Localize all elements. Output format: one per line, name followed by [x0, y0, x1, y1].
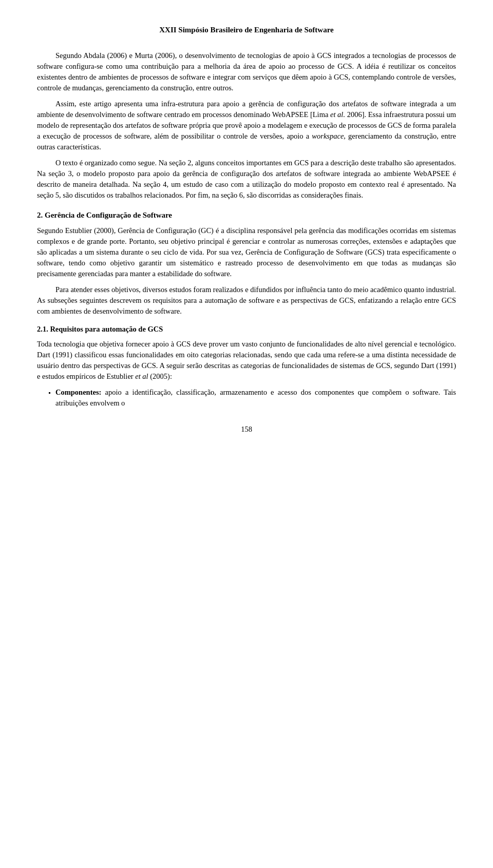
bullet-bold-label: Componentes: — [55, 388, 101, 396]
paragraph-1: Segundo Abdala (2006) e Murta (2006), o … — [37, 50, 456, 93]
section-2-heading: 2. Gerência de Configuração de Software — [37, 210, 456, 221]
paragraph-2: Assim, este artigo apresenta uma infra-e… — [37, 99, 456, 152]
section2-paragraph-1: Segundo Estublier (2000), Gerência de Co… — [37, 225, 456, 279]
subsection21-paragraph-1: Toda tecnologia que objetiva fornecer ap… — [37, 339, 456, 382]
page-title: XXII Simpósio Brasileiro de Engenharia d… — [37, 25, 456, 36]
paragraph-3: O texto é organizado como segue. Na seçã… — [37, 158, 456, 201]
bullet-list: Componentes: apoio a identificação, clas… — [55, 387, 456, 409]
list-item: Componentes: apoio a identificação, clas… — [55, 387, 456, 409]
section2-paragraph-2: Para atender esses objetivos, diversos e… — [37, 284, 456, 317]
page-number: 158 — [37, 424, 456, 435]
bullet-text: apoio a identificação, classificação, ar… — [55, 388, 456, 407]
subsection-21-heading: 2.1. Requisitos para automação de GCS — [37, 324, 456, 335]
page-container: XXII Simpósio Brasileiro de Engenharia d… — [0, 0, 493, 868]
